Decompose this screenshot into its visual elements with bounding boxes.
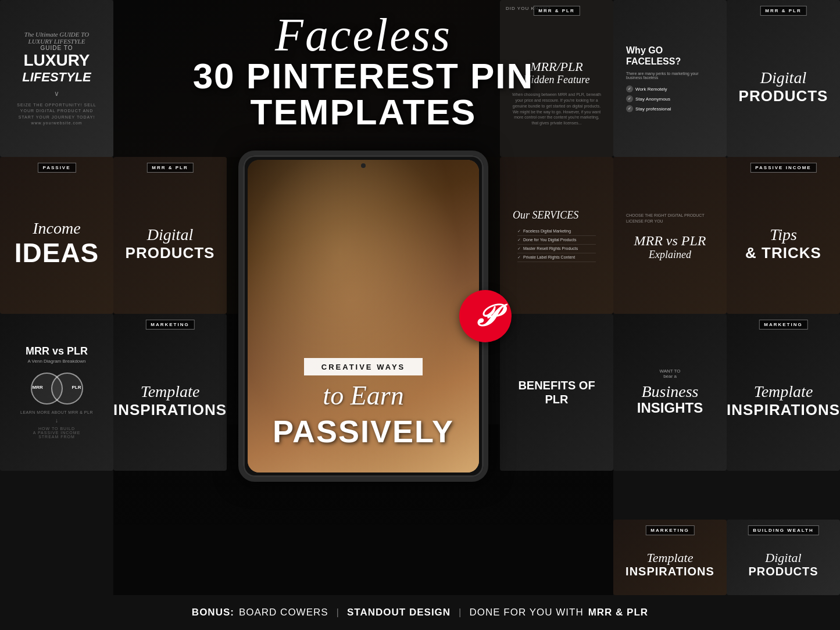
card-arrow: ∨	[13, 90, 101, 98]
bottom-bar-standout: STANDOUT DESIGN	[347, 607, 451, 618]
card-passive-income-ideas: PASSIVE Income IDEAS	[0, 157, 113, 314]
bottom-bar-bonus: BONUS:	[192, 607, 234, 618]
venn-footer: LEARN MORE ABOUT MRR & PLR	[20, 410, 93, 414]
card-mrr-vs-plr-venn: MRR vs PLR A Venn Diagram Breakdown MRR …	[0, 314, 113, 471]
card-inspirations-bold-r: INSPIRATIONS	[727, 401, 840, 419]
venn-subtitle: A Venn Diagram Breakdown	[20, 359, 93, 364]
card-marketing-tag-r: MARKETING	[759, 320, 807, 330]
card-template-script-r: Template	[727, 383, 840, 401]
hero-section: Faceless 30 PINTEREST PIN TEMPLATES CREA…	[113, 0, 613, 595]
tablet-script: to Earn	[259, 381, 467, 411]
tablet-text-block: CREATIVE WAYS to Earn PASSIVELY	[248, 358, 479, 449]
card-why-faceless-subtitle: There are many perks to marketing your b…	[626, 71, 714, 80]
card-passive-tips-tricks: PASSIVE INCOME Tips & TRICKS	[727, 157, 840, 314]
card-digital-script-bw: Digital	[748, 551, 818, 565]
card-digital-script-tr: Digital	[739, 69, 828, 87]
bottom-bar-done-for-you: DONE FOR YOU WITH	[470, 607, 584, 618]
faceless-item-3: ✓Stay professional	[626, 105, 714, 112]
card-tips-script: Tips	[745, 226, 821, 244]
bottom-bar: BONUS: BOARD COWERS | STANDOUT DESIGN | …	[0, 595, 840, 630]
card-choose-text: CHOOSE THE RIGHT DIGITAL PRODUCT LICENSE…	[620, 207, 720, 230]
card-inspirations-bold-br: INSPIRATIONS	[625, 565, 714, 578]
pinterest-logo: 𝒫	[475, 301, 496, 331]
bottom-bar-board-covers: BOARD COWERS	[239, 607, 328, 618]
card-cta-text: SEIZE THE OPPORTUNITY! SELL YOUR DIGITAL…	[13, 102, 101, 127]
card-mrr-plr-tag-tr: MRR & PLR	[760, 6, 806, 16]
tablet-mockup: CREATIVE WAYS to Earn PASSIVELY 𝒫	[238, 151, 488, 482]
card-subtitle-text: The Ultimate GUIDE TO LUXURY LIFESTYLE	[13, 31, 101, 45]
passive-income-label: HOW TO BUILDA PASSIVE INCOMESTREAM FROM	[20, 427, 93, 439]
venn-label-plr: PLR	[72, 385, 81, 390]
card-explained-text: Explained	[634, 249, 706, 261]
card-products-bold-bw: PRODUCTS	[748, 565, 818, 578]
pinterest-badge: 𝒫	[459, 290, 512, 342]
card-mrr-plr-explained: CHOOSE THE RIGHT DIGITAL PRODUCT LICENSE…	[613, 157, 727, 314]
card-passive-income-tag: PASSIVE INCOME	[750, 163, 816, 173]
card-why-faceless: Why GO FACELESS? There are many perks to…	[613, 0, 727, 157]
card-template-script-br: Template	[625, 551, 714, 565]
card-digital-products-top-right: MRR & PLR Digital PRODUCTS	[727, 0, 840, 157]
card-marketing-template-br: MARKETING Template INSPIRATIONS	[613, 520, 727, 595]
card-why-faceless-title: Why GO FACELESS?	[626, 45, 714, 67]
venn-title: MRR vs PLR	[20, 346, 93, 356]
tablet-label-box: CREATIVE WAYS	[304, 358, 423, 375]
card-business-insights: WANT TObear a Business INSIGHTS	[613, 314, 727, 471]
venn-down-arrow: ↓	[20, 417, 93, 424]
card-insights-bold: INSIGHTS	[637, 400, 703, 416]
card-building-wealth-digital: BUILDING WEALTH Digital PRODUCTS	[727, 520, 840, 595]
faceless-item-1: ✓Work Remotely	[626, 85, 714, 92]
card-lifestyle-text: LIFESTYLE	[13, 70, 101, 85]
card-tricks-bold: & TRICKS	[745, 244, 821, 262]
card-luxury-lifestyle: The Ultimate GUIDE TO LUXURY LIFESTYLE G…	[0, 0, 113, 157]
tablet-screen: CREATIVE WAYS to Earn PASSIVELY	[248, 160, 479, 472]
card-income-script: Income	[15, 220, 99, 238]
faceless-checklist: ✓Work Remotely ✓Stay Anonymous ✓Stay pro…	[626, 85, 714, 112]
tablet-frame: CREATIVE WAYS to Earn PASSIVELY	[238, 151, 488, 482]
faceless-item-2: ✓Stay Anonymous	[626, 95, 714, 102]
card-business-script: Business	[637, 384, 703, 400]
card-products-bold-tr: PRODUCTS	[739, 87, 828, 105]
tablet-bold: PASSIVELY	[259, 413, 467, 449]
hero-script-title: Faceless	[275, 12, 452, 58]
card-want-to: WANT TObear a	[637, 368, 703, 379]
card-marketing-template-right: MARKETING Template INSPIRATIONS	[727, 314, 840, 471]
hero-bold-title: 30 PINTEREST PIN TEMPLATES	[113, 58, 613, 130]
card-building-wealth-tag: BUILDING WEALTH	[748, 525, 819, 535]
tablet-label-text: CREATIVE WAYS	[321, 363, 405, 371]
venn-label-mrr: MRR	[33, 385, 43, 390]
card-marketing-tag-br: MARKETING	[645, 525, 694, 535]
card-mrr-vs-plr-title: MRR vs PLR	[634, 233, 706, 249]
separator-2: |	[459, 607, 461, 618]
separator-1: |	[337, 607, 339, 618]
tablet-camera	[361, 163, 366, 168]
card-guide-text: GUIDE TO	[13, 45, 101, 51]
bottom-bar-mrr-plr: MRR & PLR	[588, 607, 648, 618]
card-luxury-text: LUXURY	[13, 51, 101, 70]
card-ideas-bold: IDEAS	[15, 237, 99, 269]
card-passive-tag: PASSIVE	[37, 163, 76, 173]
